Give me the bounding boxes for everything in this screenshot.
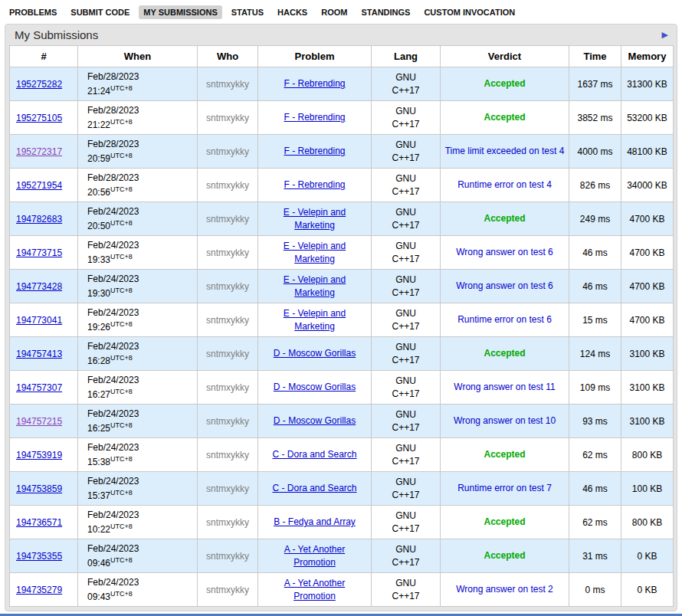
user-link[interactable]: sntmxykky [206, 517, 249, 528]
nav-item[interactable]: CUSTOM INVOCATION [419, 5, 520, 19]
verdict-text[interactable]: Runtime error on test 7 [457, 482, 552, 494]
lang-cell: GNU C++17 [372, 405, 441, 438]
problem-link[interactable]: A - Yet Another Promotion [264, 577, 366, 601]
arrow-right-icon[interactable]: ▶ [662, 31, 668, 39]
verdict-text[interactable]: Runtime error on test 4 [457, 179, 552, 191]
submission-id-link[interactable]: 194757307 [16, 382, 62, 393]
problem-link[interactable]: E - Velepin and Marketing [264, 307, 366, 332]
verdict-text[interactable]: Accepted [484, 212, 525, 224]
language-label: GNU C++17 [390, 139, 422, 163]
verdict-cell: Accepted [441, 101, 569, 135]
user-link[interactable]: sntmxykky [206, 585, 249, 595]
user-link[interactable]: sntmxykky [206, 483, 249, 494]
memory-used: 800 KB [632, 450, 662, 460]
nav-item[interactable]: STANDINGS [356, 5, 415, 19]
user-link[interactable]: sntmxykky [206, 146, 249, 157]
nav-item[interactable]: SUBMIT CODE [66, 5, 134, 19]
verdict-text[interactable]: Accepted [484, 347, 525, 359]
submission-id-link[interactable]: 194753919 [16, 450, 62, 460]
verdict-text[interactable]: Accepted [484, 516, 525, 528]
problem-link[interactable]: C - Dora and Search [272, 482, 356, 494]
problem-link[interactable]: F - Rebrending [284, 145, 345, 157]
verdict-text[interactable]: Wrong answer on test 11 [454, 381, 555, 393]
problem-link[interactable]: D - Moscow Gorillas [274, 414, 356, 427]
user-link[interactable]: sntmxykky [206, 247, 249, 258]
submission-id-link[interactable]: 194736571 [16, 517, 62, 528]
column-header: Memory [621, 46, 674, 67]
nav-item[interactable]: PROBLEMS [5, 5, 61, 19]
user-link[interactable]: sntmxykky [206, 416, 249, 427]
time-value: 16:27 [87, 389, 110, 400]
nav-item[interactable]: MY SUBMISSIONS [139, 5, 221, 19]
verdict-cell: Accepted [441, 506, 569, 539]
submission-date: Feb/24/2023 [87, 306, 139, 319]
submission-date: Feb/24/2023 [87, 408, 139, 421]
submission-id-link[interactable]: 194773428 [16, 281, 62, 292]
user-link[interactable]: sntmxykky [206, 450, 249, 460]
language-label: GNU C++17 [390, 577, 422, 601]
submission-id-cell: 195272317 [10, 135, 78, 169]
memory-cell: 34000 KB [621, 169, 674, 202]
user-link[interactable]: sntmxykky [206, 113, 249, 123]
user-link[interactable]: sntmxykky [206, 180, 249, 191]
submission-id-link[interactable]: 195275105 [16, 113, 62, 123]
problem-link[interactable]: A - Yet Another Promotion [264, 543, 366, 568]
verdict-text[interactable]: Wrong answer on test 6 [456, 246, 553, 258]
submission-id-cell: 194735279 [10, 573, 78, 607]
submission-id-link[interactable]: 195275282 [16, 79, 62, 90]
submission-id-link[interactable]: 194757215 [16, 416, 62, 427]
problem-link[interactable]: E - Velepin and Marketing [264, 206, 366, 231]
submission-id-link[interactable]: 194753859 [16, 483, 62, 494]
problem-link[interactable]: D - Moscow Gorillas [274, 347, 356, 359]
verdict-cell: Runtime error on test 6 [441, 303, 569, 337]
submission-id-link[interactable]: 194735355 [16, 551, 62, 562]
user-link[interactable]: sntmxykky [206, 382, 249, 393]
time-value: 21:24 [87, 86, 110, 97]
problem-link[interactable]: D - Moscow Gorillas [274, 381, 356, 393]
submission-id-link[interactable]: 195272317 [16, 146, 62, 157]
nav-item[interactable]: STATUS [227, 5, 268, 19]
timezone-label: UTC+8 [110, 590, 133, 598]
problem-link[interactable]: F - Rebrending [284, 77, 345, 90]
verdict-text[interactable]: Accepted [484, 111, 525, 123]
submission-id-link[interactable]: 194735279 [16, 585, 62, 595]
user-link[interactable]: sntmxykky [206, 349, 249, 359]
problem-link[interactable]: C - Dora and Search [272, 448, 356, 460]
memory-cell: 4700 KB [621, 202, 674, 236]
problem-link[interactable]: E - Velepin and Marketing [264, 274, 366, 298]
problem-link[interactable]: E - Velepin and Marketing [264, 240, 366, 264]
verdict-text[interactable]: Accepted [484, 448, 525, 460]
verdict-text[interactable]: Accepted [484, 549, 525, 562]
submission-id-link[interactable]: 194757413 [16, 349, 62, 359]
user-link[interactable]: sntmxykky [206, 551, 249, 562]
problem-cell: F - Rebrending [258, 101, 372, 135]
user-link[interactable]: sntmxykky [206, 315, 249, 326]
when-cell: Feb/28/2023 20:56UTC+8 [78, 169, 198, 202]
verdict-text[interactable]: Wrong answer on test 6 [456, 280, 553, 292]
user-link[interactable]: sntmxykky [206, 281, 249, 292]
when-cell: Feb/24/2023 16:25UTC+8 [78, 405, 198, 438]
when-text: Feb/28/2023 20:59UTC+8 [87, 138, 139, 165]
verdict-text[interactable]: Wrong answer on test 2 [456, 583, 553, 595]
table-row: 195272317 Feb/28/2023 20:59UTC+8 sntmxyk… [10, 135, 674, 169]
problem-link[interactable]: B - Fedya and Array [274, 516, 356, 528]
timezone-label: UTC+8 [110, 185, 133, 193]
memory-used: 31300 KB [627, 79, 667, 90]
problem-link[interactable]: F - Rebrending [284, 179, 345, 191]
submission-id-link[interactable]: 194773041 [16, 315, 62, 326]
memory-used: 3100 KB [629, 349, 664, 359]
lang-cell: GNU C++17 [372, 169, 441, 202]
user-link[interactable]: sntmxykky [206, 79, 249, 90]
user-link[interactable]: sntmxykky [206, 214, 249, 224]
verdict-text[interactable]: Wrong answer on test 10 [454, 414, 556, 427]
submission-id-link[interactable]: 194782683 [16, 214, 62, 224]
when-cell: Feb/24/2023 09:43UTC+8 [78, 573, 198, 607]
submission-id-link[interactable]: 194773715 [16, 247, 62, 258]
problem-link[interactable]: F - Rebrending [284, 111, 345, 123]
verdict-text[interactable]: Runtime error on test 6 [457, 313, 552, 326]
nav-item[interactable]: HACKS [273, 5, 312, 19]
verdict-text[interactable]: Time limit exceeded on test 4 [445, 145, 565, 157]
nav-item[interactable]: ROOM [316, 5, 352, 19]
verdict-text[interactable]: Accepted [484, 77, 525, 90]
submission-id-link[interactable]: 195271954 [16, 180, 62, 191]
